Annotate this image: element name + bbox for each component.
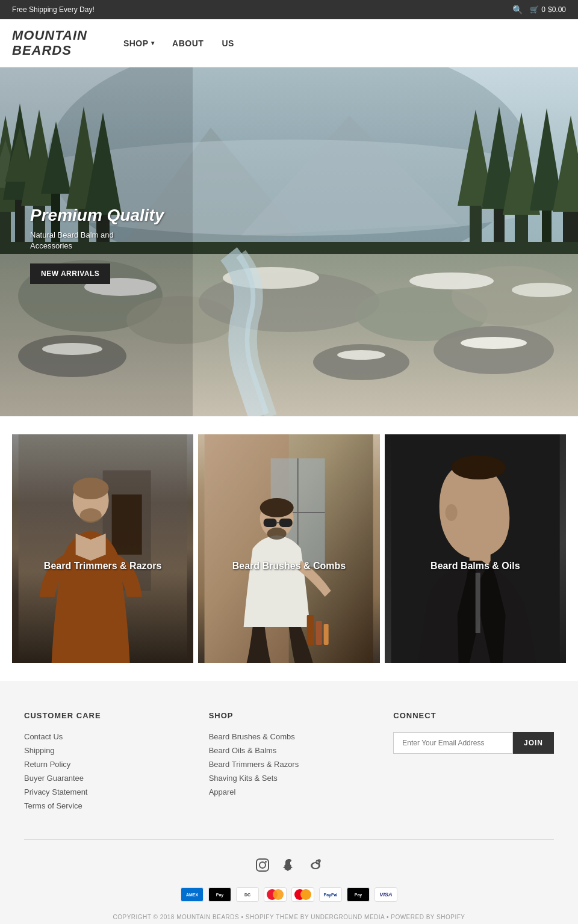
svg-rect-23	[515, 161, 528, 284]
footer-shop-trimmers[interactable]: Beard Trimmers & Razors	[209, 760, 370, 769]
free-shipping-message: Free Shipping Every Day!	[12, 5, 95, 14]
product-card-3-label: Beard Balms & Oils	[430, 561, 520, 571]
footer-shop-brushes[interactable]: Beard Brushes & Combs	[209, 732, 370, 741]
svg-marker-26	[530, 108, 564, 211]
svg-rect-65	[316, 621, 322, 645]
svg-rect-64	[307, 615, 314, 645]
svg-rect-25	[542, 156, 552, 284]
instagram-icon[interactable]	[255, 858, 270, 875]
footer-link-buyer[interactable]: Buyer Guarantee	[24, 774, 185, 783]
svg-point-44	[337, 350, 385, 360]
svg-marker-12	[21, 109, 57, 206]
hero-cta-button[interactable]: New Arrivals	[30, 263, 110, 284]
footer-link-return[interactable]: Return Policy	[24, 760, 185, 769]
svg-point-37	[223, 267, 319, 289]
product-card-brushes[interactable]: Beard Brushes & Combs	[198, 434, 379, 663]
svg-marker-18	[84, 112, 122, 215]
footer-shop: SHOP Beard Brushes & Combs Beard Oils & …	[209, 711, 370, 815]
footer-shop-oils[interactable]: Beard Oils & Balms	[209, 746, 370, 755]
svg-point-43	[42, 343, 102, 355]
logo[interactable]: MOUNTAIN BEARDS	[12, 28, 87, 57]
svg-marker-16	[66, 106, 101, 209]
svg-point-73	[259, 862, 266, 868]
main-nav: SHOP ▾ About Us	[123, 38, 234, 48]
svg-point-69	[451, 455, 505, 479]
paypal-icon: PayPal	[319, 887, 342, 902]
svg-point-42	[434, 326, 554, 374]
hero-section: Premium Quality Natural Beard Balm and A…	[0, 67, 578, 416]
nav-shop[interactable]: SHOP ▾	[123, 38, 154, 48]
product-card-balms[interactable]: Beard Balms & Oils	[385, 434, 566, 663]
footer-connect: CONNECT JOIN	[393, 711, 554, 815]
top-bar: Free Shipping Every Day! 🔍 🛒 0 $0.00	[0, 0, 578, 19]
cart-info[interactable]: 🛒 0 $0.00	[530, 5, 566, 14]
svg-marker-14	[41, 122, 71, 194]
nav-us[interactable]: Us	[222, 38, 234, 48]
svg-rect-27	[563, 164, 578, 284]
hero-content: Premium Quality Natural Beard Balm and A…	[30, 206, 164, 284]
logo-line2: BEARDS	[12, 43, 72, 58]
diners-icon: DC	[236, 887, 259, 902]
svg-point-39	[512, 283, 572, 297]
svg-rect-19	[470, 158, 482, 284]
svg-rect-71	[475, 573, 480, 633]
nav-about[interactable]: About	[172, 38, 204, 48]
footer-shop-shaving[interactable]: Shaving Kits & Sets	[209, 774, 370, 783]
footer-link-shipping[interactable]: Shipping	[24, 746, 185, 755]
product-card-trimmers[interactable]: Beard Trimmers & Razors	[12, 434, 193, 663]
card-1-person-svg	[12, 434, 193, 663]
svg-point-82	[300, 889, 311, 900]
svg-point-32	[126, 296, 235, 344]
email-subscribe-row: JOIN	[393, 732, 554, 754]
nav-us-label: Us	[222, 38, 234, 48]
svg-point-51	[73, 478, 109, 499]
footer-link-terms[interactable]: Terms of Service	[24, 801, 185, 810]
cart-total: $0.00	[548, 5, 566, 14]
svg-point-33	[199, 272, 379, 332]
svg-rect-60	[279, 519, 293, 527]
connect-title: CONNECT	[393, 711, 554, 720]
visa-icon: VISA	[374, 887, 397, 902]
svg-rect-21	[494, 155, 505, 284]
logo-line1: MOUNTAIN	[12, 28, 87, 43]
svg-rect-8	[15, 152, 25, 284]
hero-subtitle: Natural Beard Balm and Accessories	[30, 230, 138, 251]
svg-point-52	[80, 508, 102, 523]
footer-bottom: AMEX Pay DC PayPal Pay VISA COPYRIGHT © …	[24, 839, 554, 920]
svg-marker-28	[553, 116, 578, 212]
svg-point-35	[452, 266, 572, 326]
svg-marker-6	[0, 116, 23, 212]
svg-point-63	[267, 528, 287, 540]
footer-shop-apparel[interactable]: Apparel	[209, 787, 370, 796]
cart-icon: 🛒	[530, 5, 539, 14]
svg-rect-5	[0, 164, 11, 284]
svg-point-62	[260, 498, 294, 517]
svg-point-40	[18, 335, 126, 377]
card-2-person-svg	[198, 434, 379, 663]
hero-title: Premium Quality	[30, 206, 164, 225]
weibo-icon[interactable]	[308, 858, 323, 875]
email-input[interactable]	[393, 732, 513, 754]
svg-marker-7	[0, 140, 20, 188]
top-bar-icons: 🔍 🛒 0 $0.00	[512, 5, 566, 14]
nav-about-label: About	[172, 38, 204, 48]
footer-link-privacy[interactable]: Privacy Statement	[24, 787, 185, 796]
svg-marker-20	[458, 109, 494, 206]
mastercard-icon	[291, 887, 314, 902]
customer-care-title: CUSTOMER CARE	[24, 711, 185, 720]
svg-rect-72	[256, 859, 269, 871]
footer-customer-care: CUSTOMER CARE Contact Us Shipping Return…	[24, 711, 185, 815]
product-grid: Beard Trimmers & Razors	[0, 416, 578, 681]
social-icons	[24, 858, 554, 875]
maestro-icon	[264, 887, 287, 902]
copyright-text: COPYRIGHT © 2018 MOUNTAIN BEARDS • SHOPI…	[24, 914, 554, 920]
snapchat-icon[interactable]	[282, 858, 296, 875]
footer-link-contact[interactable]: Contact Us	[24, 732, 185, 741]
search-icon[interactable]: 🔍	[512, 5, 523, 14]
svg-marker-24	[503, 112, 540, 215]
join-button[interactable]: JOIN	[513, 732, 554, 754]
svg-marker-10	[5, 128, 35, 182]
chevron-down-icon: ▾	[151, 40, 155, 46]
svg-marker-9	[3, 103, 37, 200]
svg-point-41	[313, 344, 409, 380]
